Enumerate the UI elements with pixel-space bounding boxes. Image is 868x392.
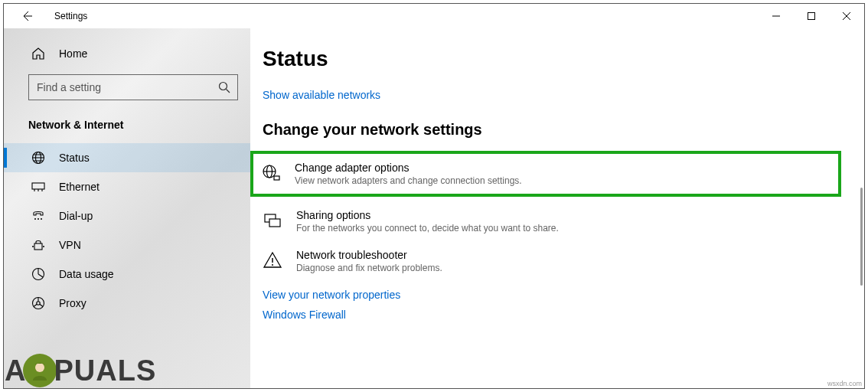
- svg-line-26: [34, 304, 37, 306]
- sidebar: Home Network & Internet Status Ether: [4, 28, 250, 388]
- settings-window: Settings Home: [3, 3, 865, 389]
- sidebar-item-label: VPN: [59, 239, 81, 251]
- show-networks-link[interactable]: Show available networks: [263, 89, 380, 101]
- svg-point-18: [41, 218, 42, 220]
- network-troubleshooter[interactable]: Network troubleshooter Diagnose and fix …: [263, 241, 841, 281]
- window-title: Settings: [54, 11, 87, 21]
- proxy-icon: [31, 296, 45, 310]
- sidebar-item-proxy[interactable]: Proxy: [4, 289, 250, 318]
- main-content: Status Show available networks Change yo…: [250, 28, 864, 388]
- troubleshoot-icon: [263, 250, 282, 270]
- sidebar-item-dialup[interactable]: Dial-up: [4, 201, 250, 230]
- titlebar: Settings: [4, 4, 864, 28]
- maximize-button[interactable]: [794, 4, 829, 28]
- section-header: Change your network settings: [263, 121, 841, 139]
- sidebar-item-label: Dial-up: [59, 210, 93, 222]
- svg-point-17: [38, 218, 39, 220]
- avatar-icon: [23, 354, 57, 387]
- option-desc: Diagnose and fix network problems.: [296, 263, 442, 273]
- svg-point-36: [35, 363, 44, 372]
- svg-point-20: [32, 246, 34, 247]
- page-title: Status: [263, 47, 841, 71]
- watermark-text: wsxdn.com: [827, 380, 862, 387]
- close-icon: [843, 12, 850, 20]
- option-title: Network troubleshooter: [296, 249, 442, 261]
- sidebar-item-vpn[interactable]: VPN: [4, 230, 250, 260]
- arrow-left-icon: [21, 10, 33, 22]
- home-nav[interactable]: Home: [4, 42, 250, 65]
- svg-rect-33: [269, 219, 280, 227]
- globe-icon: [31, 151, 45, 165]
- svg-line-27: [40, 304, 43, 306]
- scrollbar-thumb[interactable]: [860, 188, 863, 286]
- sidebar-item-ethernet[interactable]: Ethernet: [4, 172, 250, 201]
- home-label: Home: [59, 47, 87, 60]
- dialup-icon: [31, 209, 45, 223]
- sidebar-item-label: Proxy: [59, 297, 86, 309]
- view-network-properties-link[interactable]: View your network properties: [263, 289, 841, 301]
- svg-rect-19: [34, 243, 42, 250]
- windows-firewall-link[interactable]: Windows Firewall: [263, 309, 841, 321]
- sidebar-item-label: Ethernet: [59, 181, 100, 193]
- vpn-icon: [31, 238, 45, 252]
- sharing-options[interactable]: Sharing options For the networks you con…: [263, 201, 841, 241]
- svg-point-35: [272, 264, 273, 266]
- sidebar-category: Network & Internet: [4, 114, 250, 136]
- home-icon: [31, 47, 45, 60]
- svg-rect-31: [274, 176, 279, 180]
- sharing-icon: [263, 211, 282, 230]
- watermark-logo: A PUALS: [5, 354, 156, 387]
- ethernet-icon: [31, 180, 45, 194]
- option-title: Change adapter options: [295, 162, 522, 174]
- svg-point-16: [34, 218, 36, 220]
- search-input[interactable]: [28, 74, 238, 100]
- sidebar-item-data-usage[interactable]: Data usage: [4, 260, 250, 289]
- svg-rect-2: [808, 13, 815, 20]
- svg-rect-12: [32, 183, 44, 189]
- change-adapter-options[interactable]: Change adapter options View network adap…: [261, 158, 830, 189]
- minimize-button[interactable]: [759, 4, 794, 28]
- sidebar-item-status[interactable]: Status: [4, 143, 250, 172]
- maximize-icon: [808, 12, 815, 20]
- sidebar-item-label: Data usage: [59, 268, 114, 280]
- back-button[interactable]: [18, 7, 36, 25]
- sidebar-item-label: Status: [59, 152, 90, 164]
- option-title: Sharing options: [296, 209, 559, 221]
- option-desc: View network adapters and change connect…: [295, 175, 522, 186]
- data-usage-icon: [31, 267, 45, 281]
- option-desc: For the networks you connect to, decide …: [296, 223, 559, 234]
- adapter-icon: [261, 163, 281, 183]
- close-button[interactable]: [829, 4, 864, 28]
- highlighted-option: Change adapter options View network adap…: [250, 151, 841, 197]
- svg-point-24: [37, 302, 40, 305]
- minimize-icon: [772, 12, 780, 20]
- svg-point-21: [43, 246, 44, 247]
